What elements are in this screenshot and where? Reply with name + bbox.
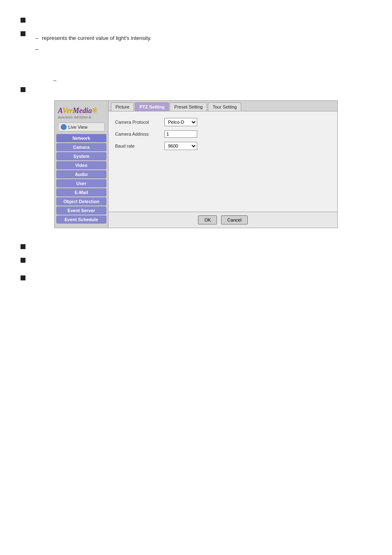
- panel-body: Camera Protocol Pelco-D Pelco-P Camera A…: [108, 111, 337, 212]
- live-view-icon: [61, 124, 67, 130]
- bottom-bullet-marker-3: [21, 275, 25, 280]
- brand-sub: AVerDiGi SR333H-B: [58, 116, 105, 119]
- bullet-item-2: represents the current value of light's …: [21, 30, 371, 45]
- main-panel: Picture PTZ Setting Preset Setting Tour …: [108, 101, 337, 228]
- sidebar-item-network[interactable]: Network: [56, 134, 106, 142]
- sidebar-item-event-schedule[interactable]: Event Schedule: [56, 215, 106, 224]
- bullet-marker-2: [21, 31, 25, 36]
- tab-preset-setting[interactable]: Preset Setting: [170, 102, 207, 111]
- sub-item-1: represents the current value of light's …: [42, 34, 371, 43]
- screenshot-container: AVerMedia® AVerDiGi SR333H-B Live View N…: [54, 100, 338, 228]
- sidebar-item-camera[interactable]: Camera: [56, 143, 106, 151]
- tab-tour-setting[interactable]: Tour Setting: [208, 102, 241, 111]
- live-view-label: Live View: [68, 125, 88, 130]
- live-view-button[interactable]: Live View: [58, 123, 105, 132]
- indent-dash: –: [53, 77, 56, 83]
- sidebar-item-audio[interactable]: Audio: [56, 170, 106, 178]
- camera-address-label: Camera Address: [115, 132, 164, 136]
- camera-protocol-row: Camera Protocol Pelco-D Pelco-P: [115, 118, 331, 126]
- bottom-bullet-marker-2: [21, 258, 25, 263]
- bottom-bullet-1: [21, 243, 371, 249]
- sidebar: AVerMedia® AVerDiGi SR333H-B Live View N…: [55, 101, 108, 228]
- bullet-item-1: [21, 16, 371, 23]
- bullet-item-3: [21, 86, 371, 92]
- sidebar-item-user[interactable]: User: [56, 179, 106, 187]
- ok-button[interactable]: OK: [198, 215, 217, 224]
- camera-protocol-select[interactable]: Pelco-D Pelco-P: [164, 118, 197, 126]
- bottom-bullet-2: [21, 257, 371, 263]
- camera-address-input[interactable]: [164, 130, 197, 138]
- tab-picture[interactable]: Picture: [111, 102, 134, 111]
- bullet-text-2: represents the current value of light's …: [31, 30, 371, 45]
- panel-footer: OK Cancel: [108, 212, 337, 228]
- sidebar-item-system[interactable]: System: [56, 152, 106, 160]
- sidebar-item-object-detection[interactable]: Object Detection: [56, 197, 106, 206]
- brand-area: AVerMedia® AVerDiGi SR333H-B: [55, 104, 108, 120]
- cancel-button[interactable]: Cancel: [221, 215, 247, 224]
- tab-ptz-setting[interactable]: PTZ Setting: [135, 102, 169, 111]
- bottom-bullet-3: [21, 274, 371, 280]
- baud-rate-label: Baud rate: [115, 143, 164, 148]
- tab-bar: Picture PTZ Setting Preset Setting Tour …: [108, 101, 337, 111]
- brand-logo: AVerMedia®: [58, 106, 105, 115]
- sidebar-item-email[interactable]: E-Mail: [56, 188, 106, 197]
- sub-item-1-text: represents the current value of light's …: [42, 35, 152, 41]
- baud-rate-row: Baud rate 9600 4800 2400 1200: [115, 142, 331, 150]
- camera-protocol-label: Camera Protocol: [115, 120, 164, 125]
- sidebar-item-video[interactable]: Video: [56, 161, 106, 169]
- baud-rate-select[interactable]: 9600 4800 2400 1200: [164, 142, 197, 150]
- bottom-bullet-marker-1: [21, 244, 25, 249]
- sidebar-item-event-server[interactable]: Event Server: [56, 206, 106, 215]
- camera-address-row: Camera Address: [115, 130, 331, 138]
- bullet-marker-3: [21, 87, 25, 92]
- bullet-marker-1: [21, 18, 25, 23]
